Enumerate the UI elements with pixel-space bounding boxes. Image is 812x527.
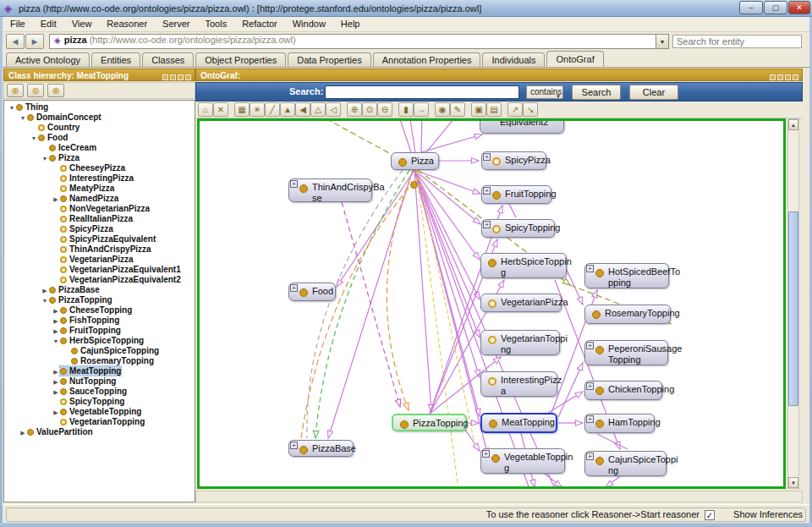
add-sibling-class-button[interactable]: ⊚ — [27, 84, 44, 97]
tree-item-MeatTopping[interactable]: ▶MeatTopping — [4, 366, 195, 376]
tree-item-FishTopping[interactable]: ▶FishTopping — [4, 316, 195, 326]
tree-item-Thing[interactable]: ▼Thing — [4, 102, 195, 113]
menu-refactor[interactable]: Refactor — [234, 17, 285, 30]
expander-icon[interactable]: ▶ — [19, 428, 27, 438]
screenshot-icon[interactable]: ◉ — [435, 102, 450, 117]
zoom-in-icon[interactable]: ⊕ — [347, 102, 362, 117]
expand-node-icon[interactable]: + — [586, 342, 594, 349]
expander-icon[interactable]: ▼ — [19, 113, 27, 124]
expander-icon[interactable]: ▼ — [8, 103, 16, 113]
graph-node-pizza-topping[interactable]: PizzaTopping — [392, 414, 467, 431]
tree-item-VegetarianPizza[interactable]: VegetarianPizza — [4, 255, 195, 265]
menu-file[interactable]: File — [3, 17, 33, 30]
tree-item-CheeseyPizza[interactable]: CheeseyPizza — [4, 163, 195, 173]
tree-item-SpicyPizzaEquivalent[interactable]: SpicyPizzaEquivalent — [4, 234, 195, 244]
expand-node-icon[interactable]: + — [483, 153, 491, 161]
tree-item-PizzaBase[interactable]: ▶PizzaBase — [4, 285, 195, 295]
ontology-selector-dropdown-icon[interactable]: ▼ — [656, 34, 669, 49]
graph-node-interesting-pizza[interactable]: InterestingPizz a — [480, 371, 557, 397]
expand-node-icon[interactable]: + — [586, 265, 594, 272]
tree-item-RealItalianPizza[interactable]: RealItalianPizza — [4, 214, 195, 224]
menu-edit[interactable]: Edit — [33, 17, 64, 30]
tree-item-SpicyPizza[interactable]: SpicyPizza — [4, 224, 195, 234]
tree-item-Country[interactable]: Country — [4, 123, 195, 133]
tree-item-SauceTopping[interactable]: ▶SauceTopping — [4, 387, 195, 397]
close-button[interactable]: ✕ — [788, 1, 810, 14]
tree-item-InterestingPizza[interactable]: InterestingPizza — [4, 173, 195, 184]
menu-tools[interactable]: Tools — [197, 17, 234, 30]
expand-node-icon[interactable]: + — [482, 450, 490, 458]
graph-node-ham-topping[interactable]: +HamTopping — [584, 414, 655, 433]
tab-object-properties[interactable]: Object Properties — [195, 52, 286, 67]
graph-node-vegetable-topping[interactable]: +VegetableToppin g — [480, 448, 565, 474]
clear-button[interactable]: Clear — [629, 85, 678, 100]
tree-item-VegetarianTopping[interactable]: VegetarianTopping — [4, 417, 195, 427]
menu-help[interactable]: Help — [333, 17, 368, 30]
minimize-button[interactable]: ‒ — [739, 1, 763, 14]
graph-node-vegetarian-pizza[interactable]: VegetarianPizza — [480, 294, 562, 312]
tree-item-NamedPizza[interactable]: ▶NamedPizza — [4, 194, 195, 204]
graph-canvas[interactable]: VegetarianPizza Equivalent2Pizza+SpicyPi… — [197, 118, 786, 489]
graph-search-input[interactable] — [325, 85, 519, 99]
tab-ontograf[interactable]: OntoGraf — [546, 51, 603, 67]
show-inferences-checkbox[interactable]: ✓ — [705, 510, 715, 520]
tree-item-MeatyPizza[interactable]: MeatyPizza — [4, 184, 195, 194]
tree-item-NonVegetarianPizza[interactable]: NonVegetarianPizza — [4, 204, 195, 214]
add-subclass-button[interactable]: ⊕ — [7, 84, 24, 97]
tab-entities[interactable]: Entities — [91, 52, 140, 67]
expand-node-icon[interactable]: + — [586, 453, 594, 460]
export-view-icon[interactable]: → — [414, 102, 429, 117]
menu-view[interactable]: View — [64, 17, 100, 30]
menu-reasoner[interactable]: Reasoner — [99, 17, 155, 30]
expand-node-icon[interactable]: + — [586, 382, 594, 390]
expand-node-icon[interactable]: + — [290, 442, 298, 449]
annotate-icon[interactable]: ✎ — [450, 102, 465, 117]
tab-data-properties[interactable]: Data Properties — [288, 52, 370, 67]
save-graph-icon[interactable]: ▣ — [471, 102, 486, 117]
delete-class-button[interactable]: ⊗ — [47, 84, 64, 97]
menu-server[interactable]: Server — [155, 17, 197, 30]
graph-node-spicy-topping[interactable]: +SpicyTopping — [481, 219, 555, 238]
tree-item-VegetarianPizzaEquivalent2[interactable]: VegetarianPizzaEquivalent2 — [4, 275, 195, 285]
graph-node-vegetarian-pizza-equivalent2[interactable]: VegetarianPizza Equivalent2 — [480, 118, 564, 134]
maximize-button[interactable]: ▢ — [764, 1, 787, 14]
scroll-up-icon[interactable]: ▲ — [788, 119, 798, 130]
expand-node-icon[interactable]: + — [290, 284, 298, 292]
clear-graph-icon[interactable]: ✕ — [213, 102, 228, 117]
search-button[interactable]: Search — [572, 85, 621, 100]
entity-search-input[interactable] — [672, 35, 802, 48]
tree-layout-vertical-alt-icon[interactable]: △ — [310, 102, 326, 117]
expander-icon[interactable]: ▼ — [52, 337, 60, 347]
graph-node-cajun-spice-topping[interactable]: +CajunSpiceToppi ng — [584, 451, 667, 476]
tree-item-SpicyTopping[interactable]: SpicyTopping — [4, 397, 195, 407]
graph-node-pizza[interactable]: Pizza — [391, 152, 439, 170]
graph-vertical-scrollbar[interactable]: ▲ ▼ — [787, 118, 799, 489]
graph-node-thin-and-crispy-base[interactable]: +ThinAndCrispyBa se — [288, 178, 372, 202]
tab-active-ontology[interactable]: Active Ontology — [6, 52, 90, 67]
graph-node-chicken-topping[interactable]: +ChickenTopping — [584, 381, 662, 400]
zoom-out-icon[interactable]: ⊖ — [377, 102, 392, 117]
expander-icon[interactable]: ▼ — [30, 134, 38, 144]
graph-node-meat-topping[interactable]: MeatTopping — [480, 413, 557, 433]
graph-node-herb-spice-topping[interactable]: HerbSpiceToppin g — [480, 253, 567, 278]
expand-node-icon[interactable]: + — [586, 415, 594, 423]
graph-node-hot-spiced-beef-topping[interactable]: +HotSpicedBeefTo pping — [584, 263, 669, 288]
tree-item-CajunSpiceTopping[interactable]: CajunSpiceTopping — [4, 346, 195, 356]
expander-icon[interactable]: ▼ — [41, 296, 49, 306]
tree-item-DomainConcept[interactable]: ▼DomainConcept — [4, 113, 195, 123]
tree-item-RosemaryTopping[interactable]: RosemaryTopping — [4, 356, 195, 366]
tree-item-FruitTopping[interactable]: ▶FruitTopping — [4, 326, 195, 336]
graph-node-fruit-topping[interactable]: +FruitTopping — [481, 185, 551, 204]
home-icon[interactable]: ⌂ — [198, 102, 213, 117]
expand-node-icon[interactable]: + — [483, 221, 491, 228]
radial-layout-icon[interactable]: ✳ — [250, 102, 265, 117]
expand-node-icon[interactable]: + — [290, 180, 298, 188]
tree-item-Food[interactable]: ▼Food — [4, 133, 195, 143]
tree-item-VegetarianPizzaEquivalent1[interactable]: VegetarianPizzaEquivalent1 — [4, 265, 195, 275]
graph-node-food[interactable]: +Food — [288, 283, 336, 301]
tree-item-IceCream[interactable]: IceCream — [4, 143, 195, 153]
expander-icon[interactable]: ▼ — [41, 154, 49, 164]
export-dot-icon[interactable]: ↘ — [523, 102, 538, 117]
export-image-icon[interactable]: ↗ — [508, 102, 523, 117]
menu-window[interactable]: Window — [285, 17, 333, 30]
